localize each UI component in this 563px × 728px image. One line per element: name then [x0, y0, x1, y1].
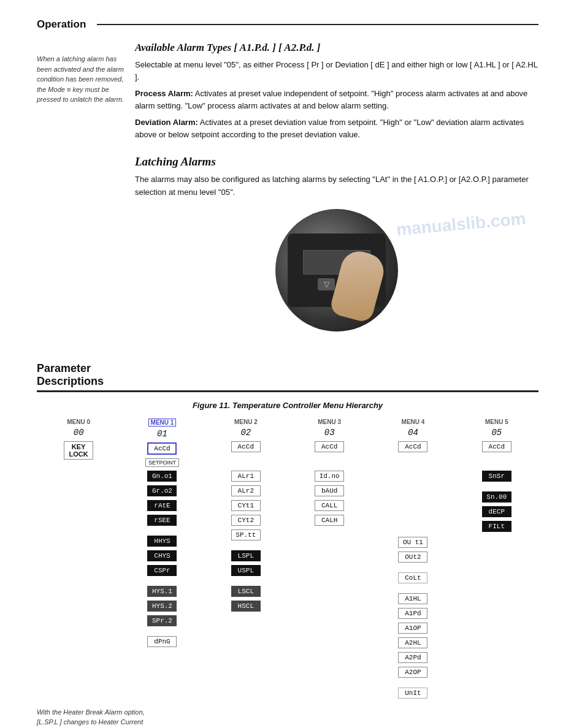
latching-body: The alarms may also be configured as lat…: [135, 173, 538, 199]
content-area: When a latching alarm has been activated…: [37, 42, 538, 344]
process-alarm-para: Process Alarm: Activates at preset value…: [135, 88, 538, 112]
menu-4-a1pd: A1Pd: [398, 608, 427, 619]
menu-2-number: 02: [240, 428, 251, 438]
alarm-body: Selectable at menu level "05", as either…: [135, 59, 538, 140]
operation-title: Operation: [37, 18, 86, 31]
alarm-intro: Selectable at menu level "05", as either…: [135, 59, 538, 83]
menu-4-a1op: A1OP: [398, 623, 427, 634]
deviation-alarm-para: Deviation Alarm: Activates at a preset d…: [135, 116, 538, 140]
menu-1-number: 01: [157, 429, 167, 439]
setpoint-box: SETPOINT: [145, 458, 179, 467]
menu-1-gro2: Gr.o2: [147, 485, 177, 496]
menu-4-out1: OU t1: [398, 537, 427, 548]
menu-0-number: 00: [74, 428, 84, 438]
figure-caption: Figure 11. Temperature Controller Menu H…: [37, 401, 538, 410]
menu-1-rsee: rSEE: [147, 515, 177, 526]
right-content: Available Alarm Types [ A1.P.d. ] [ A2.P…: [135, 42, 538, 344]
menu-1-dpng: dPnG: [147, 636, 177, 647]
menu-1-hys2: HYS.2: [147, 601, 177, 612]
side-note: When a latching alarm has been activated…: [37, 54, 129, 105]
device-down-btn[interactable]: ▽: [318, 278, 335, 290]
menu-1-chys: CHYS: [147, 550, 177, 561]
menu-4-label: MENU 4: [402, 419, 425, 425]
menu-2-cyt1: CYt1: [231, 500, 261, 511]
parameter-section: Parameter Descriptions Figure 11. Temper…: [37, 362, 538, 728]
menu-hierarchy-container: MENU 0 00 KEYLOCK MENU 1 01 AcCd SETPOIN…: [37, 419, 538, 701]
menu-col-0: MENU 0 00 KEYLOCK: [37, 419, 120, 701]
device-image: SV ▽ ≡: [275, 209, 398, 332]
latching-title: Latching Alarms: [135, 155, 538, 169]
menu-col-2: MENU 2 02 AcCd ALr1 ALr2 CYt1 CYt2 SP.tt…: [204, 419, 288, 701]
chevron-down-icon: ▽: [324, 280, 329, 289]
menu-5-snsr: SnSr: [482, 471, 511, 482]
param-title-line1: Parameter: [37, 362, 91, 374]
menu-5-accd: AcCd: [482, 441, 511, 452]
menu-1-hys1: HYS.1: [147, 586, 177, 597]
process-alarm-text: Activates at preset value independent of…: [135, 89, 527, 110]
menu-3-call: CALL: [315, 500, 344, 511]
menu-4-accd: AcCd: [398, 441, 427, 452]
heater-break-note: With the Heater Break Alarm option, [L.S…: [37, 707, 159, 728]
menu-2-label: MENU 2: [234, 419, 258, 425]
page: manualslib.com Operation When a latching…: [0, 0, 563, 728]
menu-1-accd: AcCd: [147, 442, 177, 455]
menu-1-rate: rAtE: [147, 500, 177, 511]
menu-1-label: MENU 1: [148, 419, 177, 427]
note-container: Note: Limit Controller Menu Hierarchy ap…: [166, 707, 538, 728]
alarm-types-title: Available Alarm Types [ A1.P.d. ] [ A2.P…: [135, 42, 538, 54]
menu-col-4: MENU 4 04 AcCd OU t1 OUt2 CoLt A1HL A1Pd…: [371, 419, 454, 701]
menu-0-label: MENU 0: [67, 419, 90, 425]
operation-divider: [97, 24, 538, 25]
menu-4-a1hl: A1HL: [398, 593, 427, 604]
device-inner: SV ▽ ≡: [288, 233, 386, 307]
bottom-area: With the Heater Break Alarm option, [L.S…: [37, 707, 538, 728]
menu-3-baud: bAUd: [315, 485, 344, 496]
menu-3-label: MENU 3: [318, 419, 341, 425]
menu-5-sn00: Sn.00: [482, 491, 511, 502]
left-sidebar: When a latching alarm has been activated…: [37, 42, 135, 344]
menu-2-alr2: ALr2: [231, 485, 261, 496]
param-divider: [37, 390, 538, 392]
menu-4-unit: UnIt: [398, 688, 427, 699]
device-image-container: SV ▽ ≡: [135, 209, 538, 332]
param-header: Parameter Descriptions: [37, 362, 538, 388]
deviation-alarm-label: Deviation Alarm:: [135, 118, 198, 127]
menu-2-accd: AcCd: [231, 441, 261, 452]
key-lock-box: KEYLOCK: [64, 441, 93, 460]
process-alarm-label: Process Alarm:: [135, 89, 193, 98]
operation-header: Operation: [37, 18, 538, 31]
menu-2-lspl: LSPL: [231, 550, 261, 561]
menu-2-lscl: LSCL: [231, 586, 261, 597]
menu-4-a2op: A2OP: [398, 667, 427, 678]
menu-1-gno1: Gn.o1: [147, 471, 177, 482]
menu-2-hscl: HSCL: [231, 601, 261, 612]
menu-4-colt: CoLt: [398, 572, 427, 583]
menu-2-uspl: USPL: [231, 565, 261, 576]
menu-1-cspr: CSPr: [147, 565, 177, 576]
menu-4-a2hl: A2HL: [398, 637, 427, 648]
menu-2-alr1: ALr1: [231, 471, 261, 482]
menu-col-1: MENU 1 01 AcCd SETPOINT Gn.o1 Gr.o2 rAtE…: [120, 419, 204, 701]
menu-3-idno: Id.no: [315, 471, 344, 482]
menu-col-3: MENU 3 03 AcCd Id.no bAUd CALL CALH: [288, 419, 371, 701]
menu-5-number: 05: [491, 428, 502, 438]
menu-col-5: MENU 5 05 AcCd SnSr Sn.00 dECP FILt: [455, 419, 538, 701]
menu-3-accd: AcCd: [315, 441, 344, 452]
menu-4-out2: OUt2: [398, 552, 427, 563]
menu-2-cyt2: CYt2: [231, 515, 261, 526]
menu-1-spr2: SPr.2: [147, 615, 177, 626]
menu-2-sptt: SP.tt: [231, 529, 261, 540]
menu-4-a2pd: A2Pd: [398, 652, 427, 663]
menu-5-filt: FILt: [482, 521, 511, 532]
latching-section: Latching Alarms The alarms may also be c…: [135, 155, 538, 199]
param-title-line2: Descriptions: [37, 375, 104, 387]
menu-5-label: MENU 5: [485, 419, 508, 425]
menu-3-number: 03: [324, 428, 335, 438]
menu-5-decp: dECP: [482, 506, 511, 517]
menu-4-number: 04: [408, 428, 418, 438]
bottom-left-notes: With the Heater Break Alarm option, [L.S…: [37, 707, 159, 728]
menu-1-hhys: HHYS: [147, 536, 177, 547]
menu-3-calh: CALH: [315, 515, 344, 526]
